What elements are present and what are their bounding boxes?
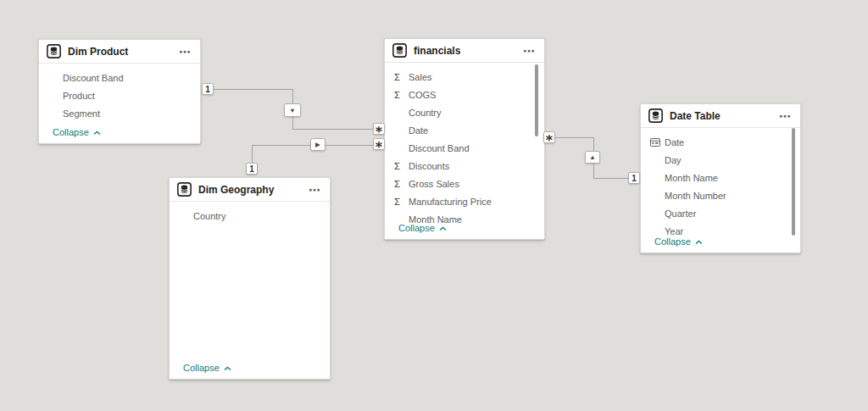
more-options-icon[interactable]: ⋯ — [309, 186, 321, 194]
relationship-line[interactable] — [252, 145, 253, 164]
sigma-icon: Σ — [394, 179, 409, 189]
field-row[interactable]: Date — [641, 133, 800, 151]
field-row[interactable]: ΣGross Sales — [385, 175, 544, 192]
chevron-up-icon — [224, 363, 231, 373]
collapse-label: Collapse — [183, 363, 220, 373]
chevron-up-icon — [439, 223, 447, 233]
many-symbol: * — [376, 124, 382, 140]
field-row[interactable]: Quarter — [641, 204, 800, 222]
table-header-dim-product[interactable]: Dim Product ⋯ — [39, 40, 200, 64]
table-icon — [47, 44, 61, 58]
table-card-financials[interactable]: financials ⋯ ΣSales ΣCOGS Country Date D… — [384, 38, 545, 240]
collapse-link[interactable]: Collapse — [654, 236, 703, 247]
field-row[interactable]: ΣDiscounts — [385, 157, 544, 175]
field-row[interactable]: Month Number — [641, 186, 800, 204]
table-header-date-table[interactable]: Date Table ⋯ — [641, 104, 800, 128]
table-title: Date Table — [670, 110, 772, 122]
collapse-link[interactable]: Collapse — [183, 363, 231, 373]
field-row[interactable]: Segment — [39, 104, 200, 122]
scrollbar-thumb[interactable] — [792, 128, 795, 236]
collapse-label: Collapse — [654, 236, 691, 247]
model-view-canvas[interactable]: Dim Product ⋯ Discount Band Product Segm… — [0, 0, 868, 411]
field-row[interactable]: Day — [641, 151, 800, 169]
table-header-dim-geography[interactable]: Dim Geography ⋯ — [170, 178, 330, 202]
field-list: Date Day Month Name Month Number Quarter… — [641, 128, 800, 240]
table-icon — [392, 43, 407, 58]
field-row[interactable]: Discount Band — [39, 69, 200, 86]
table-icon — [177, 182, 192, 197]
more-options-icon[interactable]: ⋯ — [523, 47, 536, 55]
cardinality-badge-one[interactable]: 1 — [202, 83, 214, 95]
collapse-label: Collapse — [398, 223, 435, 233]
field-list: Country — [170, 202, 330, 225]
more-options-icon[interactable]: ⋯ — [179, 47, 192, 56]
field-row[interactable]: ΣSales — [385, 68, 544, 86]
cardinality-badge-many[interactable]: * — [543, 131, 555, 143]
table-card-date-table[interactable]: Date Table ⋯ Date Day Month Name Month N… — [640, 103, 801, 253]
relationship-line[interactable] — [292, 129, 374, 130]
collapse-link[interactable]: Collapse — [398, 223, 447, 233]
field-row[interactable]: Date — [385, 121, 544, 139]
sigma-icon: Σ — [394, 90, 409, 100]
table-header-financials[interactable]: financials ⋯ — [385, 39, 544, 63]
cardinality-badge-many[interactable]: * — [373, 138, 385, 150]
calendar-icon — [650, 138, 665, 147]
field-list: ΣSales ΣCOGS Country Date Discount Band … — [385, 63, 544, 228]
filter-direction-down-icon[interactable]: ▼ — [284, 103, 301, 117]
field-list: Discount Band Product Segment — [39, 64, 200, 122]
sigma-icon: Σ — [394, 72, 409, 82]
field-row[interactable]: ΣCOGS — [385, 86, 544, 103]
table-card-dim-geography[interactable]: Dim Geography ⋯ Country Collapse — [169, 177, 331, 380]
field-row[interactable]: Discount Band — [385, 139, 544, 157]
field-row[interactable]: Product — [39, 86, 200, 104]
field-row[interactable]: Month Name — [641, 169, 800, 186]
table-icon — [648, 108, 663, 123]
chevron-up-icon — [695, 236, 703, 247]
chevron-up-icon — [93, 127, 101, 137]
sigma-icon: Σ — [394, 161, 409, 171]
many-symbol: * — [546, 132, 553, 148]
more-options-icon[interactable]: ⋯ — [779, 112, 792, 120]
collapse-link[interactable]: Collapse — [53, 127, 101, 137]
table-card-dim-product[interactable]: Dim Product ⋯ Discount Band Product Segm… — [38, 39, 201, 144]
relationship-line[interactable] — [549, 137, 593, 138]
field-row[interactable]: Country — [385, 103, 544, 121]
table-title: Dim Geography — [198, 184, 302, 196]
filter-direction-right-icon[interactable]: ▶ — [310, 138, 326, 151]
field-row[interactable]: ΣManufacturing Price — [385, 192, 544, 210]
cardinality-badge-one[interactable]: 1 — [628, 172, 640, 184]
field-row[interactable]: Country — [170, 207, 330, 225]
collapse-label: Collapse — [53, 127, 89, 137]
cardinality-badge-many[interactable]: * — [373, 123, 385, 135]
table-title: financials — [414, 45, 516, 57]
filter-direction-up-icon[interactable]: ▲ — [585, 151, 600, 164]
scrollbar-thumb[interactable] — [535, 64, 538, 136]
many-symbol: * — [376, 139, 382, 155]
cardinality-badge-one[interactable]: 1 — [246, 163, 258, 175]
relationship-line[interactable] — [208, 89, 292, 90]
table-title: Dim Product — [68, 46, 172, 58]
sigma-icon: Σ — [394, 197, 409, 207]
